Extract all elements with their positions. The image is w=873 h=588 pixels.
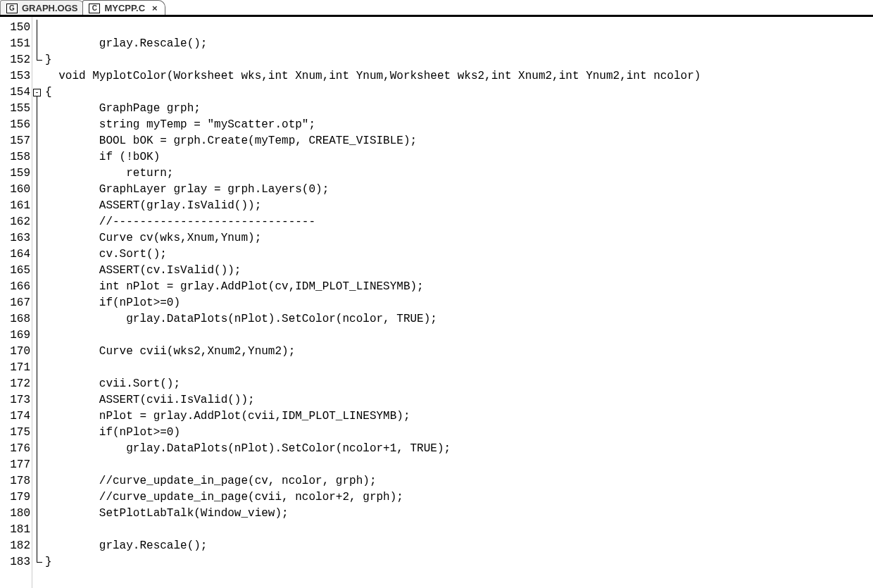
- line-number: 182: [0, 538, 30, 554]
- line-number: 165: [0, 263, 30, 279]
- line-number: 162: [0, 214, 30, 230]
- code-line[interactable]: string myTemp = "myScatter.otp";: [45, 117, 873, 133]
- code-line[interactable]: ASSERT(cvii.IsValid());: [45, 392, 873, 408]
- code-line[interactable]: return;: [45, 165, 873, 182]
- line-number: 171: [0, 360, 30, 376]
- code-line[interactable]: void MyplotColor(Worksheet wks,int Xnum,…: [45, 68, 873, 85]
- code-line[interactable]: GraphPage grph;: [45, 101, 873, 117]
- tab-mycpp-c[interactable]: C MYCPP.C ×: [82, 0, 165, 15]
- tab-bar: G GRAPH.OGS C MYCPP.C ×: [0, 0, 873, 17]
- code-line[interactable]: [45, 360, 873, 376]
- line-number: 159: [0, 165, 30, 182]
- line-number: 161: [0, 198, 30, 214]
- code-line[interactable]: }: [45, 554, 873, 570]
- code-line[interactable]: }: [45, 52, 873, 68]
- line-number-gutter: 1501511521531541551561571581591601611621…: [0, 17, 32, 588]
- file-icon-c: C: [89, 4, 100, 13]
- line-number: 158: [0, 149, 30, 165]
- line-number: 151: [0, 36, 30, 52]
- line-number: 169: [0, 327, 30, 344]
- code-line[interactable]: BOOL bOK = grph.Create(myTemp, CREATE_VI…: [45, 133, 873, 149]
- line-number: 164: [0, 246, 30, 263]
- code-line[interactable]: SetPlotLabTalk(Window_view);: [45, 506, 873, 522]
- line-number: 173: [0, 392, 30, 408]
- line-number: 181: [0, 522, 30, 538]
- line-number: 174: [0, 408, 30, 425]
- code-line[interactable]: int nPlot = grlay.AddPlot(cv,IDM_PLOT_LI…: [45, 279, 873, 295]
- line-number: 179: [0, 489, 30, 506]
- file-icon-ogs: G: [6, 4, 18, 13]
- line-number: 177: [0, 457, 30, 473]
- line-number: 156: [0, 117, 30, 133]
- editor-root: G GRAPH.OGS C MYCPP.C × 1501511521531541…: [0, 0, 873, 588]
- code-line[interactable]: if(nPlot>=0): [45, 425, 873, 441]
- line-number: 180: [0, 506, 30, 522]
- line-number: 178: [0, 473, 30, 489]
- code-line[interactable]: ASSERT(cv.IsValid());: [45, 263, 873, 279]
- code-content[interactable]: grlay.Rescale();} void MyplotColor(Works…: [44, 17, 873, 588]
- line-number: 153: [0, 68, 30, 85]
- line-number: 168: [0, 311, 30, 327]
- line-number: 155: [0, 101, 30, 117]
- line-number: 175: [0, 425, 30, 441]
- code-line[interactable]: Curve cv(wks,Xnum,Ynum);: [45, 230, 873, 246]
- tab-graph-ogs[interactable]: G GRAPH.OGS: [0, 0, 85, 15]
- code-line[interactable]: grlay.Rescale();: [45, 538, 873, 554]
- code-line[interactable]: [45, 457, 873, 473]
- code-line[interactable]: if (!bOK): [45, 149, 873, 165]
- code-line[interactable]: if(nPlot>=0): [45, 295, 873, 311]
- code-line[interactable]: //curve_update_in_page(cvii, ncolor+2, g…: [45, 489, 873, 506]
- line-number: 172: [0, 376, 30, 392]
- tab-label: GRAPH.OGS: [22, 3, 77, 13]
- line-number: 152: [0, 52, 30, 68]
- code-line[interactable]: [45, 522, 873, 538]
- line-number: 154: [0, 85, 30, 101]
- code-line[interactable]: nPlot = grlay.AddPlot(cvii,IDM_PLOT_LINE…: [45, 408, 873, 425]
- line-number: 150: [0, 20, 30, 36]
- code-area: 1501511521531541551561571581591601611621…: [0, 17, 873, 588]
- code-line[interactable]: //------------------------------: [45, 214, 873, 230]
- line-number: 166: [0, 279, 30, 295]
- code-line[interactable]: {: [45, 85, 873, 101]
- fold-toggle[interactable]: -: [33, 89, 41, 96]
- code-line[interactable]: cvii.Sort();: [45, 376, 873, 392]
- code-line[interactable]: [45, 327, 873, 344]
- line-number: 170: [0, 344, 30, 360]
- close-icon[interactable]: ×: [152, 3, 158, 13]
- code-line[interactable]: ASSERT(grlay.IsValid());: [45, 198, 873, 214]
- tab-label: MYCPP.C: [104, 3, 145, 13]
- code-line[interactable]: [45, 20, 873, 36]
- code-line[interactable]: //curve_update_in_page(cv, ncolor, grph)…: [45, 473, 873, 489]
- line-number: 167: [0, 295, 30, 311]
- code-line[interactable]: GraphLayer grlay = grph.Layers(0);: [45, 182, 873, 198]
- line-number: 183: [0, 554, 30, 570]
- fold-column: -: [32, 17, 44, 588]
- code-line[interactable]: grlay.DataPlots(nPlot).SetColor(ncolor+1…: [45, 441, 873, 457]
- line-number: 176: [0, 441, 30, 457]
- line-number: 160: [0, 182, 30, 198]
- line-number: 157: [0, 133, 30, 149]
- code-line[interactable]: grlay.Rescale();: [45, 36, 873, 52]
- code-line[interactable]: cv.Sort();: [45, 246, 873, 263]
- code-line[interactable]: grlay.DataPlots(nPlot).SetColor(ncolor, …: [45, 311, 873, 327]
- code-line[interactable]: Curve cvii(wks2,Xnum2,Ynum2);: [45, 344, 873, 360]
- line-number: 163: [0, 230, 30, 246]
